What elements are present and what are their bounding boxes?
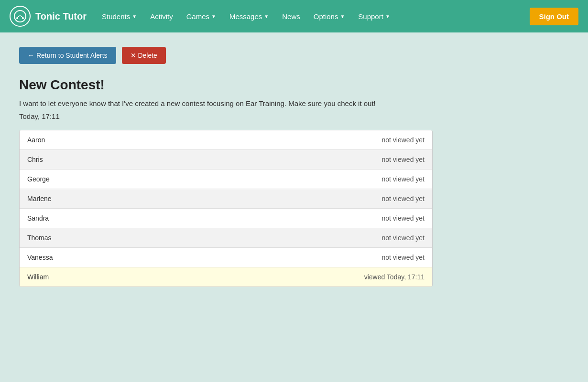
student-status: not viewed yet xyxy=(382,156,425,163)
student-name: Sandra xyxy=(27,214,49,222)
student-status: not viewed yet xyxy=(382,195,425,202)
alert-body: I want to let everyone know that I've cr… xyxy=(19,99,569,107)
svg-point-2 xyxy=(22,17,24,19)
table-row: Williamviewed Today, 17:11 xyxy=(20,267,432,286)
nav-item-students[interactable]: Students▼ xyxy=(96,9,142,24)
student-name: Aaron xyxy=(27,136,45,144)
student-status: viewed Today, 17:11 xyxy=(364,273,425,281)
table-row: Thomasnot viewed yet xyxy=(20,228,432,248)
table-row: Marlenenot viewed yet xyxy=(20,189,432,209)
student-status: not viewed yet xyxy=(382,254,425,261)
table-row: Vanessanot viewed yet xyxy=(20,248,432,267)
nav-item-activity[interactable]: Activity xyxy=(144,9,179,24)
student-name: William xyxy=(27,273,49,281)
nav-item-news[interactable]: News xyxy=(276,9,306,24)
sign-out-button[interactable]: Sign Out xyxy=(530,8,579,25)
chevron-down-icon: ▼ xyxy=(132,14,137,19)
student-name: Thomas xyxy=(27,234,52,242)
chevron-down-icon: ▼ xyxy=(211,14,216,19)
chevron-down-icon: ▼ xyxy=(264,14,269,19)
table-row: Chrisnot viewed yet xyxy=(20,150,432,170)
table-row: Aaronnot viewed yet xyxy=(20,130,432,150)
student-name: George xyxy=(27,175,50,183)
alert-time: Today, 17:11 xyxy=(19,112,569,120)
action-buttons: ← Return to Student Alerts ✕ Delete xyxy=(19,47,569,64)
student-name: Marlene xyxy=(27,195,52,202)
student-status: not viewed yet xyxy=(382,234,425,242)
nav-links: Students▼ActivityGames▼Messages▼NewsOpti… xyxy=(96,9,529,24)
nav-item-support[interactable]: Support▼ xyxy=(352,9,395,24)
navbar: Tonic Tutor Students▼ActivityGames▼Messa… xyxy=(0,0,588,32)
table-row: Georgenot viewed yet xyxy=(20,170,432,189)
table-row: Sandranot viewed yet xyxy=(20,209,432,228)
alert-title: New Contest! xyxy=(19,77,569,93)
student-name: Chris xyxy=(27,156,43,163)
student-status: not viewed yet xyxy=(382,214,425,222)
student-name: Vanessa xyxy=(27,254,53,261)
logo: Tonic Tutor xyxy=(10,6,87,27)
brand-name: Tonic Tutor xyxy=(35,11,87,22)
nav-item-games[interactable]: Games▼ xyxy=(181,9,222,24)
nav-item-messages[interactable]: Messages▼ xyxy=(224,9,274,24)
logo-icon xyxy=(10,6,31,27)
chevron-down-icon: ▼ xyxy=(385,14,390,19)
svg-point-1 xyxy=(16,17,18,19)
student-status: not viewed yet xyxy=(382,136,425,144)
student-table: Aaronnot viewed yetChrisnot viewed yetGe… xyxy=(19,130,433,287)
student-status: not viewed yet xyxy=(382,175,425,183)
main-content: ← Return to Student Alerts ✕ Delete New … xyxy=(0,32,588,301)
chevron-down-icon: ▼ xyxy=(340,14,345,19)
svg-point-0 xyxy=(14,11,26,22)
return-button[interactable]: ← Return to Student Alerts xyxy=(19,47,116,64)
nav-item-options[interactable]: Options▼ xyxy=(308,9,351,24)
delete-button[interactable]: ✕ Delete xyxy=(122,47,166,64)
